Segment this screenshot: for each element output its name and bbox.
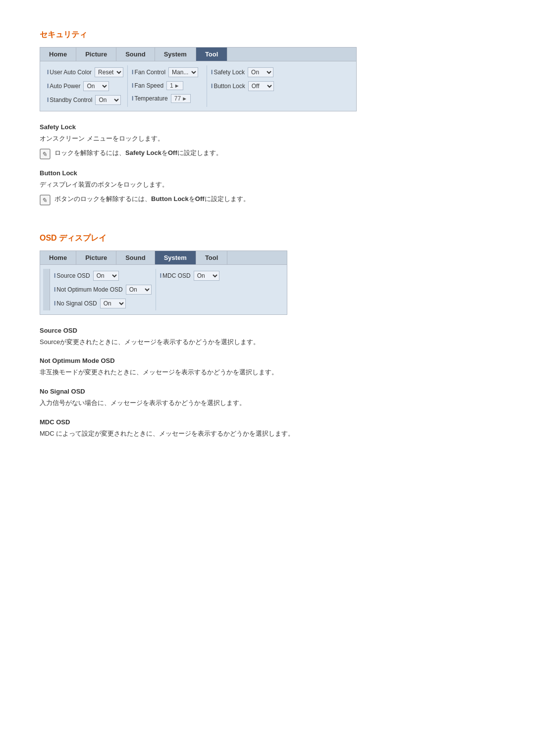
no-signal-osd-label: No Signal OSD xyxy=(54,300,97,307)
osd-col-1: Source OSD On Off Not Optimum Mode OSD O… xyxy=(50,269,156,310)
osd-tabs: Home Picture Sound System Tool xyxy=(40,251,287,265)
safety-lock-note-icon: ✎ xyxy=(40,149,51,159)
button-lock-note-block: ✎ ボタンのロックを解除するには、Button LockをOffに設定します。 xyxy=(40,194,495,205)
security-col-3: Safety Lock On Off Button Lock On Off xyxy=(207,65,286,107)
security-tab-system[interactable]: System xyxy=(155,48,196,61)
svg-text:✎: ✎ xyxy=(42,197,47,204)
safety-lock-desc-text: オンスクリーン メニューをロックします。 xyxy=(40,134,495,144)
safety-lock-desc-title: Safety Lock xyxy=(40,123,495,131)
osd-tab-system[interactable]: System xyxy=(155,251,196,264)
safety-lock-note-block: ✎ ロックを解除するには、Safety LockをOffに設定します。 xyxy=(40,148,495,159)
safety-lock-select[interactable]: On Off xyxy=(248,67,273,77)
osd-tab-sound[interactable]: Sound xyxy=(116,251,155,264)
fan-speed-control[interactable]: 1 ► xyxy=(166,81,183,90)
security-tab-picture[interactable]: Picture xyxy=(76,48,116,61)
fan-control-select[interactable]: Man... Auto xyxy=(168,67,198,77)
security-col-1: User Auto Color Reset Auto Power On Off … xyxy=(43,65,128,107)
security-tab-sound[interactable]: Sound xyxy=(116,48,155,61)
security-tab-home[interactable]: Home xyxy=(40,48,76,61)
security-section: セキュリティ Home Picture Sound System Tool Us… xyxy=(40,30,495,205)
security-menu-body: User Auto Color Reset Auto Power On Off … xyxy=(40,61,356,111)
security-tabs: Home Picture Sound System Tool xyxy=(40,48,356,61)
standby-control-select[interactable]: On Off xyxy=(95,95,121,105)
osd-side-panel xyxy=(43,269,50,310)
no-signal-osd-desc-text: 入力信号がない場合に、メッセージを表示するかどうかを選択します。 xyxy=(40,398,495,408)
fan-control-label: Fan Control xyxy=(132,69,165,76)
user-auto-color-row: User Auto Color Reset xyxy=(47,66,123,78)
source-osd-desc-section: Source OSD Sourceが変更されたときに、メッセージを表示するかどう… xyxy=(40,327,495,348)
temperature-row: Temperature 77 ► xyxy=(132,93,203,104)
not-optimum-mode-osd-label: Not Optimum Mode OSD xyxy=(54,286,123,293)
safety-lock-note-text: ロックを解除するには、Safety LockをOffに設定します。 xyxy=(54,148,222,158)
security-tab-tool[interactable]: Tool xyxy=(196,48,227,61)
osd-menu-table: Home Picture Sound System Tool Source OS… xyxy=(40,251,287,315)
temperature-arrow: ► xyxy=(182,96,187,101)
not-optimum-mode-osd-row: Not Optimum Mode OSD On Off xyxy=(54,284,152,296)
source-osd-label: Source OSD xyxy=(54,272,90,279)
mdc-osd-desc-text: MDC によって設定が変更されたときに、メッセージを表示するかどうかを選択します… xyxy=(40,429,495,439)
safety-lock-desc-section: Safety Lock オンスクリーン メニューをロックします。 ✎ ロックを解… xyxy=(40,123,495,159)
button-lock-note-icon: ✎ xyxy=(40,195,51,205)
safety-lock-label: Safety Lock xyxy=(211,69,245,76)
osd-section: OSD ディスプレイ Home Picture Sound System Too… xyxy=(40,233,495,439)
user-auto-color-select[interactable]: Reset xyxy=(95,67,123,77)
source-osd-desc-text: Sourceが変更されたときに、メッセージを表示するかどうかを選択します。 xyxy=(40,337,495,348)
button-lock-row: Button Lock On Off xyxy=(211,80,282,92)
standby-control-row: Standby Control On Off xyxy=(47,94,123,106)
not-optimum-mode-osd-desc-section: Not Optimum Mode OSD 非互換モードが変更されたときに、メッセ… xyxy=(40,357,495,378)
fan-speed-arrow: ► xyxy=(174,83,180,89)
standby-control-label: Standby Control xyxy=(47,97,92,103)
osd-menu-body: Source OSD On Off Not Optimum Mode OSD O… xyxy=(40,265,287,314)
no-signal-osd-select[interactable]: On Off xyxy=(100,299,126,308)
mdc-osd-row: MDC OSD On Off xyxy=(160,270,221,282)
mdc-osd-desc-title: MDC OSD xyxy=(40,418,495,426)
mdc-osd-desc-section: MDC OSD MDC によって設定が変更されたときに、メッセージを表示するかど… xyxy=(40,418,495,439)
osd-tab-home[interactable]: Home xyxy=(40,251,76,264)
svg-text:✎: ✎ xyxy=(42,151,47,158)
mdc-osd-select[interactable]: On Off xyxy=(194,271,219,281)
temperature-value: 77 xyxy=(174,95,181,102)
osd-tab-tool[interactable]: Tool xyxy=(196,251,227,264)
security-menu-table: Home Picture Sound System Tool User Auto… xyxy=(40,47,357,111)
fan-speed-row: Fan Speed 1 ► xyxy=(132,80,203,91)
no-signal-osd-desc-section: No Signal OSD 入力信号がない場合に、メッセージを表示するかどうかを… xyxy=(40,388,495,408)
source-osd-desc-title: Source OSD xyxy=(40,327,495,334)
osd-tab-picture[interactable]: Picture xyxy=(76,251,116,264)
not-optimum-mode-osd-select[interactable]: On Off xyxy=(126,285,152,295)
temperature-label: Temperature xyxy=(132,95,168,102)
button-lock-desc-title: Button Lock xyxy=(40,169,495,177)
auto-power-select[interactable]: On Off xyxy=(83,81,109,91)
not-optimum-mode-osd-desc-text: 非互換モードが変更されたときに、メッセージを表示するかどうかを選択します。 xyxy=(40,367,495,378)
safety-lock-row: Safety Lock On Off xyxy=(211,66,282,78)
not-optimum-mode-osd-desc-title: Not Optimum Mode OSD xyxy=(40,357,495,364)
fan-control-row: Fan Control Man... Auto xyxy=(132,66,203,78)
auto-power-label: Auto Power xyxy=(47,83,80,90)
no-signal-osd-row: No Signal OSD On Off xyxy=(54,298,152,309)
auto-power-row: Auto Power On Off xyxy=(47,80,123,92)
osd-title: OSD ディスプレイ xyxy=(40,233,495,244)
fan-speed-value: 1 xyxy=(170,82,173,89)
osd-col-2: MDC OSD On Off xyxy=(156,269,225,310)
security-col-2: Fan Control Man... Auto Fan Speed 1 ► Te… xyxy=(128,65,207,107)
source-osd-select[interactable]: On Off xyxy=(93,271,119,281)
temperature-control[interactable]: 77 ► xyxy=(171,94,191,103)
button-lock-note-text: ボタンのロックを解除するには、Button LockをOffに設定します。 xyxy=(54,194,250,204)
mdc-osd-label: MDC OSD xyxy=(160,272,191,279)
button-lock-label: Button Lock xyxy=(211,83,245,90)
no-signal-osd-desc-title: No Signal OSD xyxy=(40,388,495,395)
button-lock-select[interactable]: On Off xyxy=(248,81,274,91)
user-auto-color-label: User Auto Color xyxy=(47,69,92,76)
source-osd-row: Source OSD On Off xyxy=(54,270,152,282)
button-lock-desc-section: Button Lock ディスプレイ装置のボタンをロックします。 ✎ ボタンのロ… xyxy=(40,169,495,205)
security-title: セキュリティ xyxy=(40,30,495,40)
fan-speed-label: Fan Speed xyxy=(132,82,163,89)
button-lock-desc-text: ディスプレイ装置のボタンをロックします。 xyxy=(40,180,495,190)
